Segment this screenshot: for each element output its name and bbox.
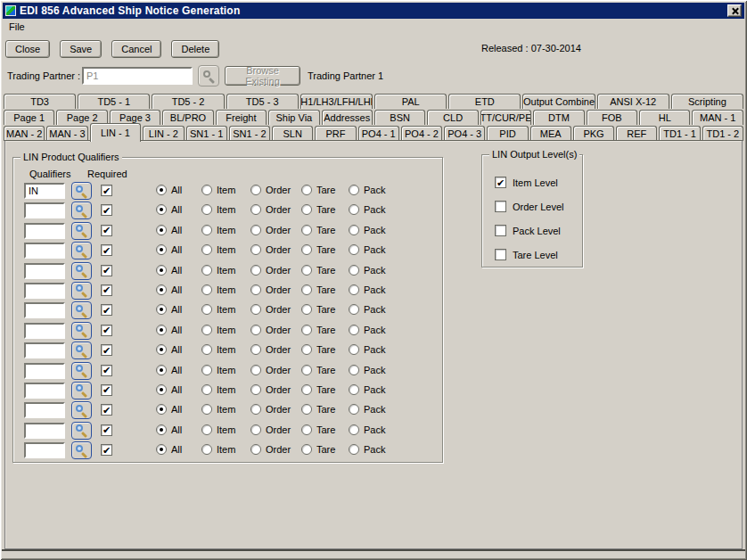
radio-pack[interactable]: Pack [349, 304, 385, 315]
radio-pack[interactable]: Pack [349, 344, 385, 355]
qualifier-input[interactable] [24, 342, 65, 358]
tab-cld[interactable]: CLD [427, 110, 478, 125]
radio-order[interactable]: Order [250, 404, 291, 415]
level-checkbox[interactable] [495, 249, 506, 260]
required-checkbox[interactable]: ✔ [101, 304, 112, 316]
tab-lin-1[interactable]: LIN - 1 [90, 123, 142, 142]
output-level-tare-level[interactable]: Tare Level [495, 249, 577, 260]
radio-item[interactable]: Item [201, 284, 235, 295]
required-checkbox[interactable]: ✔ [101, 404, 112, 416]
radio-pack[interactable]: Pack [349, 185, 385, 195]
radio-tare[interactable]: Tare [301, 365, 335, 375]
radio-all[interactable]: All [156, 325, 182, 335]
radio-pack[interactable]: Pack [349, 365, 385, 375]
qualifier-search-button[interactable] [71, 401, 92, 419]
qualifier-search-button[interactable] [71, 362, 92, 380]
radio-item[interactable]: Item [201, 244, 235, 255]
tab-sn1-2[interactable]: SN1 - 2 [229, 126, 270, 141]
trading-partner-search-button[interactable] [198, 65, 219, 86]
radio-all[interactable]: All [156, 404, 182, 415]
radio-item[interactable]: Item [201, 265, 235, 276]
tab-td1-1[interactable]: TD1 - 1 [659, 126, 700, 141]
required-checkbox[interactable]: ✔ [101, 384, 112, 396]
qualifier-search-button[interactable] [71, 202, 92, 219]
tab-td5-3[interactable]: TD5 - 3 [226, 94, 299, 109]
tab-pid[interactable]: PID [487, 126, 528, 141]
tab-man-1[interactable]: MAN - 1 [692, 110, 743, 125]
qualifier-input[interactable] [24, 442, 65, 458]
radio-order[interactable]: Order [250, 304, 291, 315]
radio-tare[interactable]: Tare [301, 424, 335, 435]
qualifier-input[interactable] [24, 202, 65, 218]
radio-tare[interactable]: Tare [301, 244, 335, 255]
radio-all[interactable]: All [156, 284, 182, 295]
radio-all[interactable]: All [156, 344, 182, 355]
tab-man-3[interactable]: MAN - 3 [46, 126, 87, 141]
qualifier-search-button[interactable] [71, 262, 92, 280]
tab-po4-3[interactable]: PO4 - 3 [444, 126, 485, 141]
tab-fob[interactable]: FOB [587, 110, 637, 125]
radio-pack[interactable]: Pack [349, 204, 385, 215]
qualifier-search-button[interactable] [71, 282, 92, 300]
required-checkbox[interactable]: ✔ [101, 204, 112, 216]
tab-pkg[interactable]: PKG [573, 126, 614, 141]
tab-page-1[interactable]: Page 1 [4, 110, 54, 125]
tab-td3[interactable]: TD3 [4, 94, 76, 109]
qualifier-input[interactable] [24, 323, 65, 339]
tab-hl[interactable]: HL [639, 110, 690, 125]
radio-order[interactable]: Order [250, 204, 291, 215]
qualifier-search-button[interactable] [71, 441, 92, 459]
radio-all[interactable]: All [156, 225, 182, 235]
save-button[interactable]: Save [60, 40, 102, 58]
radio-pack[interactable]: Pack [349, 404, 385, 415]
tab-addresses[interactable]: Addresses [322, 110, 373, 125]
required-checkbox[interactable]: ✔ [101, 344, 112, 356]
radio-tare[interactable]: Tare [301, 185, 335, 195]
radio-tare[interactable]: Tare [301, 444, 335, 455]
qualifier-search-button[interactable] [71, 342, 92, 359]
radio-item[interactable]: Item [201, 185, 235, 195]
radio-order[interactable]: Order [250, 284, 291, 295]
radio-pack[interactable]: Pack [349, 424, 385, 435]
qualifier-search-button[interactable] [71, 301, 92, 319]
radio-pack[interactable]: Pack [349, 284, 385, 295]
radio-tare[interactable]: Tare [301, 384, 335, 395]
qualifier-input[interactable] [24, 263, 65, 279]
cancel-button[interactable]: Cancel [111, 40, 161, 58]
radio-order[interactable]: Order [250, 344, 291, 355]
tab-freight[interactable]: Freight [216, 110, 267, 125]
radio-item[interactable]: Item [201, 365, 235, 375]
radio-pack[interactable]: Pack [349, 325, 385, 335]
output-level-pack-level[interactable]: Pack Level [495, 225, 577, 236]
tab-lh1-lh3-lfh-lhr[interactable]: LH1/LH3/LFH/LHR [300, 94, 373, 109]
tab-bl-pro[interactable]: BL/PRO [162, 110, 213, 125]
qualifier-search-button[interactable] [71, 382, 92, 399]
tab-dtm[interactable]: DTM [533, 110, 584, 125]
qualifier-search-button[interactable] [71, 322, 92, 340]
qualifier-input[interactable] [24, 183, 65, 199]
tab-ctt-cur-per[interactable]: CTT/CUR/PER [480, 110, 531, 125]
qualifier-input[interactable] [24, 243, 65, 259]
level-checkbox[interactable] [495, 201, 506, 212]
tab-po4-2[interactable]: PO4 - 2 [401, 126, 442, 141]
radio-order[interactable]: Order [250, 384, 291, 395]
qualifier-input[interactable] [24, 302, 65, 318]
required-checkbox[interactable]: ✔ [101, 444, 112, 456]
radio-all[interactable]: All [156, 265, 182, 276]
radio-pack[interactable]: Pack [349, 225, 385, 235]
delete-button[interactable]: Delete [171, 40, 219, 58]
qualifier-input[interactable] [24, 363, 65, 379]
radio-all[interactable]: All [156, 304, 182, 315]
tab-lin-2[interactable]: LIN - 2 [143, 126, 184, 141]
qualifier-search-button[interactable] [71, 242, 92, 259]
radio-item[interactable]: Item [201, 444, 235, 455]
radio-item[interactable]: Item [201, 325, 235, 335]
required-checkbox[interactable]: ✔ [101, 185, 112, 196]
required-checkbox[interactable]: ✔ [101, 265, 112, 276]
level-checkbox[interactable]: ✔ [495, 177, 506, 188]
radio-item[interactable]: Item [201, 304, 235, 315]
qualifier-search-button[interactable] [71, 182, 92, 200]
tab-man-2[interactable]: MAN - 2 [4, 126, 45, 141]
required-checkbox[interactable]: ✔ [101, 365, 112, 376]
radio-tare[interactable]: Tare [301, 265, 335, 276]
